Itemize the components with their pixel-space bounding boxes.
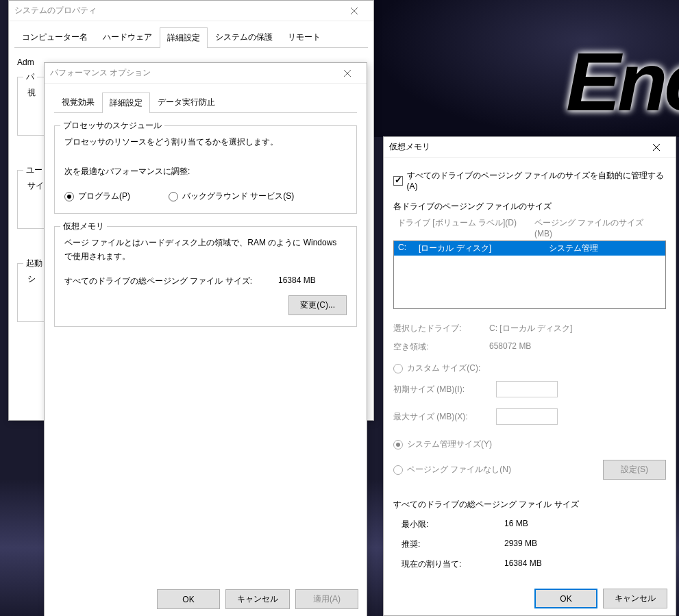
min-label: 最小限: [402,519,504,530]
dialog-buttons: OK キャンセル [534,589,667,608]
checkbox-icon [393,176,403,186]
max-size-input [496,408,558,425]
drives-section-label: 各ドライブのページング ファイルのサイズ [393,201,666,212]
selected-drive-row: 選択したドライブ: C: [ローカル ディスク] [393,323,666,334]
tab-visual-effects[interactable]: 視覚効果 [54,92,102,112]
totals-section-label: すべてのドライブの総ページング ファイル サイズ [393,499,666,510]
cancel-button[interactable]: キャンセル [603,589,667,608]
radio-no-paging: ページング ファイルなし(N) [393,464,603,476]
titlebar[interactable]: システムのプロパティ [9,1,373,21]
adjust-label: 次を最適なパフォーマンスに調整: [64,165,347,178]
virtual-memory-dialog: 仮想メモリ すべてのドライブのページング ファイルのサイズを自動的に管理する(A… [383,136,676,616]
radio-background-services[interactable]: バックグラウンド サービス(S) [169,190,294,202]
set-button: 設定(S) [603,460,666,480]
recommended-row: 推奨: 2939 MB [393,539,666,550]
initial-size-label: 初期サイズ (MB)(I): [393,384,489,395]
radio-label: バックグラウンド サービス(S) [182,190,294,202]
wallpaper-text: Enc [566,34,679,129]
ok-button[interactable]: OK [534,589,597,608]
tab-bar: コンピューター名 ハードウェア 詳細設定 システムの保護 リモート [14,27,368,48]
tab-dep[interactable]: データ実行防止 [150,92,223,112]
recommended-label: 推奨: [402,539,504,550]
dialog-buttons: OK キャンセル 適用(A) [157,589,358,609]
radio-programs[interactable]: プログラム(P) [64,190,130,202]
dialog-body: 視覚効果 詳細設定 データ実行防止 プロセッサのスケジュール プロセッサのリソー… [45,84,367,332]
desktop-background: Enc [371,0,679,137]
radio-custom-size: カスタム サイズ(C): [393,362,666,374]
drive-letter: C: [398,243,419,254]
performance-options-dialog: パフォーマンス オプション 視覚効果 詳細設定 データ実行防止 プロセッサのスケ… [44,62,367,616]
group-title: パ [23,71,37,83]
dialog-body: すべてのドライブのページング ファイルのサイズを自動的に管理する(A) 各ドライ… [384,158,676,580]
drive-row[interactable]: C: [ローカル ディスク] システム管理 [394,241,665,256]
free-space-label: 空き領域: [393,341,489,353]
drive-list[interactable]: C: [ローカル ディスク] システム管理 [393,241,666,309]
radio-icon [393,364,403,373]
tab-computer-name[interactable]: コンピューター名 [14,27,95,47]
initial-size-input [496,381,558,397]
min-value: 16 MB [504,519,528,530]
description-text: プロセッサのリソースをどう割り当てるかを選択します。 [64,136,347,149]
radio-label: カスタム サイズ(C): [407,362,480,374]
tab-system-protection[interactable]: システムの保護 [208,27,280,47]
list-header: ドライブ [ボリューム ラベル](D) ページング ファイルのサイズ (MB) [393,215,666,241]
dialog-title: パフォーマンス オプション [50,67,334,79]
recommended-value: 2939 MB [504,539,537,550]
auto-manage-checkbox[interactable]: すべてのドライブのページング ファイルのサイズを自動的に管理する(A) [393,170,666,191]
radio-icon [393,440,403,449]
change-button[interactable]: 変更(C)... [288,295,347,315]
radio-label: プログラム(P) [78,190,130,202]
group-title: 起動 [23,258,45,269]
tab-remote[interactable]: リモート [280,27,328,47]
total-paging-label: すべてのドライブの総ページング ファイル サイズ: [64,275,278,287]
close-icon[interactable] [643,137,670,158]
current-row: 現在の割り当て: 16384 MB [393,558,666,570]
radio-label: システム管理サイズ(Y) [407,439,492,450]
free-space-value: 658072 MB [489,341,666,353]
tab-bar: 視覚効果 詳細設定 データ実行防止 [54,92,357,113]
tab-advanced[interactable]: 詳細設定 [160,27,208,48]
drive-label: [ローカル ディスク] [419,243,549,254]
checkbox-label: すべてのドライブのページング ファイルのサイズを自動的に管理する(A) [407,170,666,191]
total-paging-row: すべてのドライブの総ページング ファイル サイズ: 16384 MB [64,275,347,287]
selected-drive-label: 選択したドライブ: [393,323,489,334]
apply-button[interactable]: 適用(A) [295,589,358,609]
current-label: 現在の割り当て: [402,558,504,570]
tab-advanced[interactable]: 詳細設定 [102,93,150,113]
drive-size: システム管理 [549,243,598,254]
cancel-button[interactable]: キャンセル [225,589,290,609]
close-icon[interactable] [341,1,368,21]
total-paging-value: 16384 MB [278,275,347,287]
ok-button[interactable]: OK [157,589,220,609]
virtual-memory-group: 仮想メモリ ページ ファイルとはハードディスク上の領域で、RAM のように Wi… [54,226,357,326]
dialog-title: 仮想メモリ [389,141,643,153]
radio-label: ページング ファイルなし(N) [407,464,511,476]
group-title: 仮想メモリ [60,221,107,232]
radio-icon [393,465,403,475]
processor-scheduling-group: プロセッサのスケジュール プロセッサのリソースをどう割り当てるかを選択します。 … [54,125,357,214]
col-drive-header: ドライブ [ボリューム ラベル](D) [397,217,534,238]
radio-system-managed: システム管理サイズ(Y) [393,439,666,450]
titlebar[interactable]: パフォーマンス オプション [45,63,367,84]
button-row: 変更(C)... [64,295,347,315]
no-paging-row: ページング ファイルなし(N) 設定(S) [393,460,666,480]
description-text: ページ ファイルとはハードディスク上の領域で、RAM のように Windows … [64,236,347,262]
titlebar[interactable]: 仮想メモリ [384,137,676,158]
min-row: 最小限: 16 MB [393,519,666,530]
dialog-title: システムのプロパティ [14,5,341,16]
radio-icon [64,192,74,201]
radio-group: プログラム(P) バックグラウンド サービス(S) [64,190,347,202]
free-space-row: 空き領域: 658072 MB [393,341,666,353]
col-size-header: ページング ファイルのサイズ (MB) [534,217,662,238]
group-title: プロセッサのスケジュール [60,120,164,132]
radio-icon [169,192,178,201]
initial-size-row: 初期サイズ (MB)(I): [393,381,666,397]
current-value: 16384 MB [504,558,542,570]
tab-hardware[interactable]: ハードウェア [95,27,160,47]
selected-drive-value: C: [ローカル ディスク] [489,323,666,334]
group-title: ユー [23,164,45,176]
max-size-label: 最大サイズ (MB)(X): [393,411,489,423]
max-size-row: 最大サイズ (MB)(X): [393,408,666,425]
close-icon[interactable] [334,63,361,84]
